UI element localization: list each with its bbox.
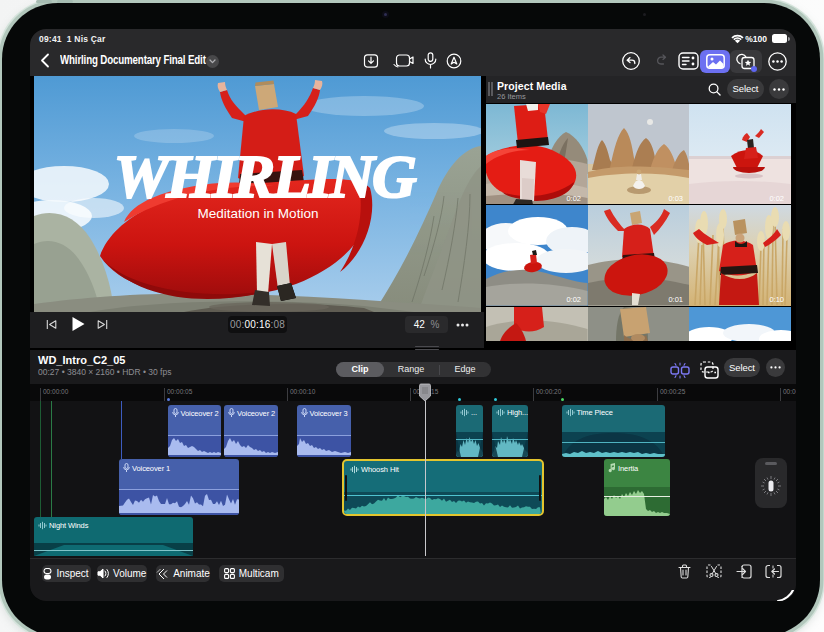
svg-text:0:02: 0:02 bbox=[566, 295, 581, 304]
svg-text:0:01: 0:01 bbox=[668, 295, 683, 304]
svg-text:WHIRLING: WHIRLING bbox=[113, 142, 416, 210]
svg-text:0:03: 0:03 bbox=[668, 194, 683, 203]
svg-text:0:02: 0:02 bbox=[770, 194, 785, 203]
svg-text:0:10: 0:10 bbox=[770, 295, 785, 304]
svg-text:0:02: 0:02 bbox=[566, 194, 581, 203]
svg-text:Meditation in Motion: Meditation in Motion bbox=[197, 206, 318, 221]
